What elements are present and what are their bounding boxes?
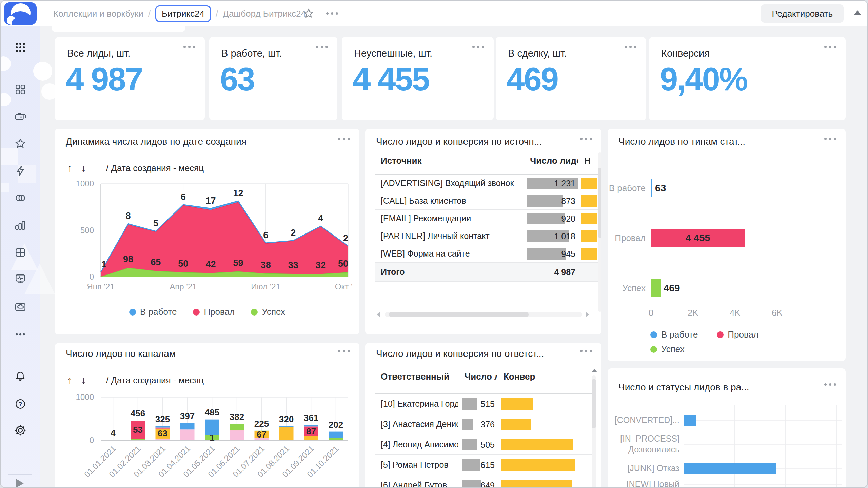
widget-menu-icon[interactable] [824,383,836,386]
sort-asc-icon[interactable]: ↑ [67,374,72,386]
sort-desc-icon[interactable]: ↓ [81,162,86,174]
widget-menu-icon[interactable] [338,138,350,140]
horizontal-scrollbar-thumb[interactable] [389,312,529,317]
charts-icon[interactable] [14,219,27,232]
decoration [33,62,52,81]
page-menu-icon[interactable] [326,12,338,15]
decoration [1,148,18,165]
kpi-card-in-progress: В работе, шт. 63 [209,37,337,120]
datasets-icon[interactable] [14,191,27,204]
conversion-cell [497,475,592,488]
widget-menu-icon[interactable] [338,350,350,352]
legend-item[interactable]: В работе [129,307,177,317]
settings-icon[interactable] [14,424,27,437]
table-row[interactable]: [EMAIL] Рекомендации920 [375,210,599,227]
expand-sidebar-icon[interactable] [16,479,24,488]
kpi-card-all-leads: Все лиды, шт. 4 987 [55,37,205,120]
table-row[interactable]: [ADVERTISING] Входящий звонок1 231 [375,175,599,192]
scroll-up-icon[interactable] [854,10,861,15]
datalens-logo[interactable] [4,2,37,25]
table-row[interactable]: [WEB] Форма на сайте945 [375,245,599,263]
scroll-left-icon[interactable] [377,312,380,317]
svg-text:59: 59 [233,258,243,268]
value-bar [462,459,480,471]
breadcrumb-dashboard[interactable]: Дашборд Битрикс24 [223,8,306,19]
svg-text:[CONVERTED]...: [CONVERTED]... [615,415,679,425]
widget-menu-icon[interactable] [316,46,328,48]
sort-asc-icon[interactable]: ↑ [67,162,72,174]
table-row[interactable]: [3] Анастасия Денисова376 [375,414,592,434]
widgets-icon[interactable] [14,83,27,96]
column-header[interactable]: Н [578,151,599,166]
leads-count-cell: 649 [458,475,497,488]
breadcrumb-collections[interactable]: Коллекции и воркбуки [53,8,143,19]
svg-text:8: 8 [126,211,131,221]
legend-item[interactable]: Успех [650,344,685,354]
conversion-cell [497,434,592,454]
widget-title: Число лидов и конверсия по источн... [376,136,542,147]
legend-item[interactable]: Провал [717,329,758,340]
dashboards-icon[interactable] [14,246,27,259]
edit-button[interactable]: Редактировать [761,4,844,23]
svg-text:98: 98 [123,254,133,264]
table-row[interactable]: [PARTNER] Личный контакт1 018 [375,227,599,245]
widget-menu-icon[interactable] [824,138,836,140]
column-header[interactable]: Источник [375,151,524,166]
monitoring-icon[interactable] [14,273,27,286]
breadcrumb-workbook[interactable]: Битрикс24 [155,5,211,22]
table-row[interactable]: [6] Андрей Бутов649 [375,475,592,488]
source-label: [CALL] База клиентов [375,196,524,206]
legend-item[interactable]: В работе [650,329,698,340]
widget-menu-icon[interactable] [824,46,836,48]
svg-text:202: 202 [329,420,343,430]
collections-icon[interactable] [14,110,27,123]
widget-responsible-table: Число лидов и конверсия по ответст... От… [365,343,601,488]
column-header[interactable]: Число лидов [524,151,578,166]
scroll-right-icon[interactable] [586,312,589,317]
column-header[interactable]: Конвер [497,367,592,382]
scroll-up-icon[interactable] [592,369,597,372]
vertical-scrollbar-thumb[interactable] [592,379,596,428]
table-row[interactable]: [10] Екатерина Гордеева515 [375,394,592,414]
responsible-table: ОтветственныйЧисло лидовКонвер[10] Екате… [375,367,592,488]
kpi-title: В сделку, шт. [508,48,567,59]
value-bar [527,195,563,207]
widget-menu-icon[interactable] [580,350,592,352]
total-label: Итого [375,267,524,277]
help-icon[interactable]: ? [14,398,27,410]
leads-count-cell: 873 [524,192,578,209]
vertical-scrollbar-thumb[interactable] [598,168,601,238]
svg-text:469: 469 [664,283,680,293]
widget-menu-icon[interactable] [580,138,592,140]
table-row[interactable]: [4] Леонид Анисимов505 [375,434,592,455]
breadcrumb-separator: / [148,8,151,19]
leads-count: 649 [480,481,495,488]
column-header[interactable]: Число лидов [458,367,497,382]
drill-breadcrumb[interactable]: / Дата создания - месяц [106,375,204,386]
notifications-icon[interactable] [14,370,27,383]
legend-item[interactable]: Провал [193,307,235,317]
widget-menu-icon[interactable] [472,46,484,48]
widget-menu-icon[interactable] [625,46,636,48]
more-icon[interactable] [14,328,27,341]
svg-text:4 455: 4 455 [686,232,710,243]
legend-label: Провал [204,307,235,317]
quick-actions-icon[interactable] [14,164,27,177]
favorite-star-icon[interactable] [302,7,315,21]
conversion-bar [581,213,597,224]
table-row[interactable]: [5] Роман Петров615 [375,455,592,475]
column-header[interactable]: Ответственный [375,367,458,382]
leads-count: 945 [561,249,575,259]
sort-desc-icon[interactable]: ↓ [81,374,86,386]
conversion-cell [497,414,592,434]
legend-item[interactable]: Успех [251,307,285,317]
storage-icon[interactable] [14,301,27,313]
drill-breadcrumb[interactable]: / Дата создания - месяц [106,163,204,174]
svg-text:Дозвонились: Дозвонились [628,445,679,454]
favorites-icon[interactable] [14,137,27,150]
table-row[interactable]: [CALL] База клиентов873 [375,192,599,210]
conversion-bar [581,195,597,207]
widget-menu-icon[interactable] [183,46,195,48]
apps-grid-icon[interactable] [14,41,27,54]
kpi-card-deals: В сделку, шт. 469 [496,37,646,120]
